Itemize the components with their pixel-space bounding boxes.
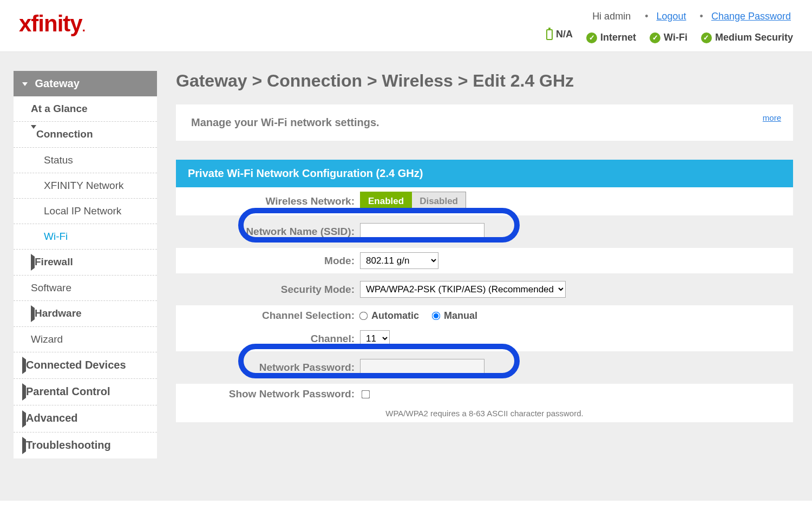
channel-selection-manual[interactable]: Manual <box>433 310 477 322</box>
intro-text: Manage your Wi-Fi network settings. <box>191 116 379 128</box>
bullet: • <box>645 11 648 22</box>
row-channel: Channel: 11 <box>176 326 793 351</box>
wireless-network-toggle: EnabledDisabled <box>360 192 466 211</box>
sidebar-item-software[interactable]: Software <box>14 276 157 301</box>
sidebar-item-wizard[interactable]: Wizard <box>14 327 157 352</box>
disabled-button[interactable]: Disabled <box>412 192 466 211</box>
mode-select[interactable]: 802.11 g/n <box>360 252 438 269</box>
sidebar-item-hardware[interactable]: Hardware <box>14 301 157 327</box>
config-panel: Private Wi-Fi Network Configuration (2.4… <box>176 160 793 422</box>
container: Gateway At a Glance Connection Status XF… <box>0 52 812 501</box>
status-security: ✓ Medium Security <box>701 32 793 43</box>
row-mode: Mode: 802.11 g/n <box>176 248 793 273</box>
header-right: Hi admin • Logout • Change Password N/A … <box>535 11 793 43</box>
channel-select[interactable]: 11 <box>360 330 390 347</box>
status-battery: N/A <box>546 29 573 40</box>
radio-manual[interactable] <box>432 311 441 320</box>
user-line: Hi admin • Logout • Change Password <box>535 11 793 22</box>
chevron-right-icon <box>31 305 35 322</box>
chevron-right-icon <box>22 383 26 401</box>
row-ssid: Network Name (SSID): <box>176 215 793 248</box>
chevron-right-icon <box>22 357 26 374</box>
channel-selection-automatic[interactable]: Automatic <box>360 310 419 322</box>
sidebar-item-wifi[interactable]: Wi-Fi <box>14 224 157 250</box>
row-security-mode: Security Mode: WPA/WPA2-PSK (TKIP/AES) (… <box>176 273 793 305</box>
sidebar-item-xfinity-network[interactable]: XFINITY Network <box>14 173 157 199</box>
sidebar-item-troubleshooting[interactable]: Troubleshooting <box>14 433 157 458</box>
ssid-input[interactable] <box>360 223 484 240</box>
chevron-right-icon <box>31 254 35 271</box>
label-security-mode: Security Mode: <box>176 284 360 296</box>
row-channel-selection: Channel Selection: Automatic Manual <box>176 305 793 326</box>
password-hint: WPA/WPA2 requires a 8-63 ASCII character… <box>176 404 793 422</box>
sidebar-heading-gateway[interactable]: Gateway <box>14 71 157 96</box>
sidebar-item-at-a-glance[interactable]: At a Glance <box>14 96 157 122</box>
row-network-password: Network Password: <box>176 351 793 384</box>
label-ssid: Network Name (SSID): <box>176 226 360 238</box>
header: xfinity. Hi admin • Logout • Change Pass… <box>0 0 812 52</box>
label-channel-selection: Channel Selection: <box>176 310 360 322</box>
status-internet: ✓ Internet <box>586 32 636 43</box>
chevron-down-icon <box>22 82 28 86</box>
sidebar-item-firewall[interactable]: Firewall <box>14 250 157 276</box>
bullet: • <box>700 11 703 22</box>
check-icon: ✓ <box>586 32 597 43</box>
sidebar: Gateway At a Glance Connection Status XF… <box>0 57 157 501</box>
config-header: Private Wi-Fi Network Configuration (2.4… <box>176 160 793 187</box>
change-password-link[interactable]: Change Password <box>711 11 791 22</box>
breadcrumb: Gateway > Connection > Wireless > Edit 2… <box>176 71 793 91</box>
logo: xfinity. <box>19 11 85 37</box>
sidebar-item-status[interactable]: Status <box>14 148 157 173</box>
battery-icon <box>546 29 553 40</box>
intro-box: Manage your Wi-Fi network settings. more <box>176 104 793 141</box>
enabled-button[interactable]: Enabled <box>360 192 412 211</box>
chevron-right-icon <box>22 410 26 428</box>
logout-link[interactable]: Logout <box>657 11 686 22</box>
chevron-down-icon <box>31 125 36 140</box>
radio-automatic[interactable] <box>359 311 368 320</box>
chevron-right-icon <box>22 437 26 454</box>
more-link[interactable]: more <box>763 113 781 122</box>
security-mode-select[interactable]: WPA/WPA2-PSK (TKIP/AES) (Recommended) <box>360 281 566 298</box>
label-show-password: Show Network Password: <box>176 388 360 400</box>
label-network-password: Network Password: <box>176 362 360 374</box>
row-wireless-network: Wireless Network: EnabledDisabled <box>176 187 793 215</box>
sidebar-item-connected-devices[interactable]: Connected Devices <box>14 352 157 379</box>
show-password-checkbox[interactable] <box>362 390 370 398</box>
greeting-text: Hi admin <box>592 11 631 22</box>
main: Gateway > Connection > Wireless > Edit 2… <box>157 57 812 501</box>
sidebar-item-advanced[interactable]: Advanced <box>14 405 157 432</box>
label-wireless-network: Wireless Network: <box>176 195 360 207</box>
label-channel: Channel: <box>176 333 360 345</box>
sidebar-item-local-ip-network[interactable]: Local IP Network <box>14 199 157 224</box>
network-password-input[interactable] <box>360 359 484 376</box>
sidebar-item-connection[interactable]: Connection <box>14 122 157 148</box>
row-show-password: Show Network Password: <box>176 384 793 404</box>
status-line: N/A ✓ Internet ✓ Wi-Fi ✓ Medium Security <box>535 29 793 43</box>
label-mode: Mode: <box>176 255 360 267</box>
check-icon: ✓ <box>650 32 660 43</box>
check-icon: ✓ <box>701 32 712 43</box>
status-wifi: ✓ Wi-Fi <box>650 32 687 43</box>
sidebar-item-parental-control[interactable]: Parental Control <box>14 379 157 405</box>
